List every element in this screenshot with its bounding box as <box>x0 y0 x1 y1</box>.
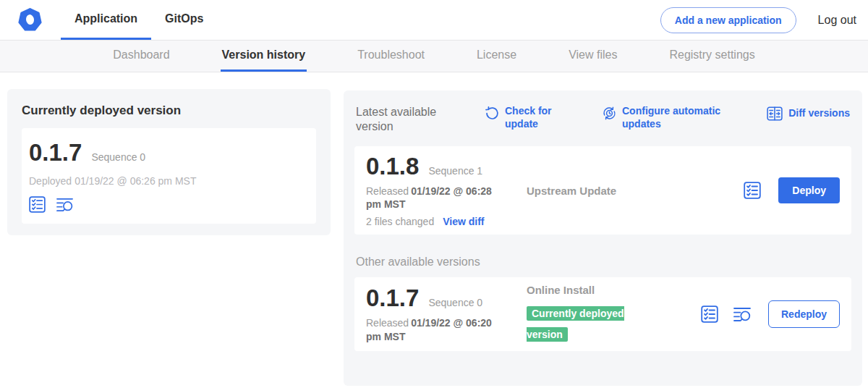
version-row-other: 0.1.7 Sequence 0 Released01/19/22 @ 06:2… <box>354 277 851 351</box>
other-actions: Redeploy <box>701 300 840 328</box>
deployed-panel-title: Currently deployed version <box>22 104 316 118</box>
subnav-item-version-history[interactable]: Version history <box>221 41 307 72</box>
latest-sequence-label: Sequence 1 <box>428 165 482 177</box>
tab-gitops-label: GitOps <box>165 12 203 25</box>
subnav-item-registry-settings[interactable]: Registry settings <box>668 41 756 72</box>
latest-source-column: Upstream Update <box>527 185 650 197</box>
add-application-button[interactable]: Add a new application <box>660 7 796 33</box>
subnav-item-troubleshoot[interactable]: Troubleshoot <box>356 41 426 72</box>
subnav-troubleshoot-label: Troubleshoot <box>357 48 425 62</box>
deployed-date: Deployed01/19/22 @ 06:26 pm MST <box>29 175 309 187</box>
other-source-label: Online Install <box>527 284 650 296</box>
latest-version-info: 0.1.8 Sequence 1 Released01/19/22 @ 06:2… <box>366 153 508 228</box>
diff-versions-label: Diff versions <box>788 107 850 120</box>
tab-application-label: Application <box>75 12 137 25</box>
view-logs-icon[interactable] <box>733 305 752 323</box>
other-versions-title: Other available versions <box>356 256 850 269</box>
other-version-info: 0.1.7 Sequence 0 Released01/19/22 @ 06:2… <box>366 285 508 343</box>
currently-deployed-badge: Currently deployed version <box>527 306 624 342</box>
other-released-date: Released01/19/22 @ 06:20 pm MST <box>366 316 508 342</box>
tab-gitops[interactable]: GitOps <box>151 0 217 40</box>
subnav-view-files-label: View files <box>569 48 617 62</box>
top-nav: Application GitOps Add a new application… <box>0 0 868 40</box>
diff-versions-link[interactable]: Diff versions <box>766 105 850 122</box>
currently-deployed-badge-wrap: Currently deployed version <box>527 303 642 345</box>
preflight-checklist-icon[interactable] <box>29 196 46 213</box>
subnav-version-history-label: Version history <box>222 48 306 62</box>
currently-deployed-panel: Currently deployed version 0.1.7 Sequenc… <box>7 89 331 235</box>
version-row-latest: 0.1.8 Sequence 1 Released01/19/22 @ 06:2… <box>354 146 851 235</box>
app-logo[interactable] <box>0 0 61 40</box>
latest-panel-header: Latest available version Check for updat… <box>354 102 851 134</box>
deploy-button[interactable]: Deploy <box>778 177 840 203</box>
latest-available-panel: Latest available version Check for updat… <box>344 90 862 386</box>
refresh-icon <box>485 106 500 121</box>
check-for-update-link[interactable]: Check for update <box>485 105 564 130</box>
deployed-date-value: 01/19/22 @ 06:26 pm MST <box>75 175 196 187</box>
heptagon-logo-icon <box>18 8 42 32</box>
latest-source-label: Upstream Update <box>527 185 650 197</box>
latest-files-row: 2 files changed View diff <box>366 216 508 227</box>
deployed-sequence-label: Sequence 0 <box>91 151 145 163</box>
other-source-column: Online Install Currently deployed versio… <box>527 284 650 345</box>
deployed-version-number: 0.1.7 <box>29 140 82 166</box>
other-released-prefix: Released <box>366 317 409 329</box>
subnav-item-dashboard[interactable]: Dashboard <box>111 41 171 72</box>
subnav-item-license[interactable]: License <box>475 41 518 72</box>
admin-console: Application GitOps Add a new application… <box>0 0 868 388</box>
latest-panel-title: Latest available version <box>356 105 451 134</box>
deployed-version-card: 0.1.7 Sequence 0 Deployed01/19/22 @ 06:2… <box>22 128 316 224</box>
other-version-number: 0.1.7 <box>366 285 419 311</box>
files-changed-label: 2 files changed <box>366 216 434 227</box>
diff-icon <box>766 106 783 122</box>
deployed-date-prefix: Deployed <box>29 175 72 187</box>
latest-version-number: 0.1.8 <box>366 153 419 180</box>
subnav-item-view-files[interactable]: View files <box>567 41 618 72</box>
subnav-license-label: License <box>477 48 516 62</box>
latest-released-date: Released01/19/22 @ 06:28 pm MST <box>366 185 508 211</box>
latest-actions: Deploy <box>744 177 840 203</box>
tab-application[interactable]: Application <box>61 0 151 40</box>
subnav-dashboard-label: Dashboard <box>113 48 169 62</box>
configure-automatic-updates-link[interactable]: Configure automatic updates <box>602 105 736 130</box>
deployed-card-actions <box>29 196 309 213</box>
deployed-version-row: 0.1.7 Sequence 0 <box>29 140 309 166</box>
scheduled-update-icon <box>602 106 617 121</box>
view-logs-icon[interactable] <box>56 196 75 213</box>
other-sequence-label: Sequence 0 <box>428 297 482 308</box>
top-nav-right: Add a new application Log out <box>660 0 868 40</box>
top-tabs: Application GitOps <box>61 0 217 40</box>
preflight-checklist-icon[interactable] <box>744 182 761 199</box>
preflight-checklist-icon[interactable] <box>701 305 718 323</box>
subnav-registry-settings-label: Registry settings <box>669 48 754 62</box>
app-sub-nav: Dashboard Version history Troubleshoot L… <box>0 40 868 72</box>
configure-automatic-updates-label: Configure automatic updates <box>622 105 731 130</box>
logout-link[interactable]: Log out <box>818 14 856 27</box>
latest-released-prefix: Released <box>366 185 409 197</box>
redeploy-button[interactable]: Redeploy <box>768 300 840 328</box>
check-for-update-label: Check for update <box>505 105 557 130</box>
view-diff-link[interactable]: View diff <box>443 216 484 227</box>
